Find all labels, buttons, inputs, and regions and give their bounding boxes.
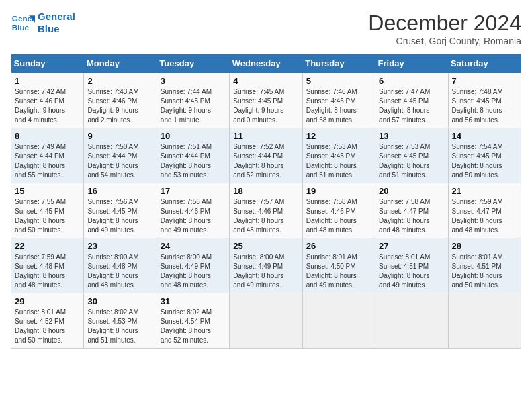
day-cell-29: 29Sunrise: 8:01 AM Sunset: 4:52 PM Dayli…	[11, 293, 84, 349]
day-info: Sunrise: 7:47 AM Sunset: 4:45 PM Dayligh…	[379, 87, 444, 125]
day-number: 8	[15, 131, 80, 141]
day-info: Sunrise: 7:53 AM Sunset: 4:45 PM Dayligh…	[379, 142, 444, 180]
day-info: Sunrise: 7:58 AM Sunset: 4:46 PM Dayligh…	[306, 197, 371, 235]
logo-line2: Blue	[38, 23, 75, 35]
title-block: December 2024 Cruset, Gorj County, Roman…	[368, 11, 521, 46]
day-header-saturday: Saturday	[448, 54, 521, 73]
day-number: 13	[379, 131, 444, 141]
day-cell-24: 24Sunrise: 8:00 AM Sunset: 4:49 PM Dayli…	[157, 238, 229, 293]
day-cell-30: 30Sunrise: 8:02 AM Sunset: 4:53 PM Dayli…	[84, 293, 157, 349]
week-row-5: 29Sunrise: 8:01 AM Sunset: 4:52 PM Dayli…	[11, 293, 521, 349]
day-cell-10: 10Sunrise: 7:51 AM Sunset: 4:44 PM Dayli…	[157, 128, 229, 183]
day-number: 1	[15, 76, 80, 86]
day-number: 26	[306, 241, 371, 251]
day-cell-1: 1Sunrise: 7:42 AM Sunset: 4:46 PM Daylig…	[11, 73, 84, 128]
day-info: Sunrise: 7:46 AM Sunset: 4:45 PM Dayligh…	[306, 87, 371, 125]
day-info: Sunrise: 7:45 AM Sunset: 4:45 PM Dayligh…	[233, 87, 298, 125]
day-cell-12: 12Sunrise: 7:53 AM Sunset: 4:45 PM Dayli…	[302, 128, 375, 183]
day-info: Sunrise: 7:50 AM Sunset: 4:44 PM Dayligh…	[87, 142, 152, 180]
day-cell-9: 9Sunrise: 7:50 AM Sunset: 4:44 PM Daylig…	[84, 128, 157, 183]
header-row: SundayMondayTuesdayWednesdayThursdayFrid…	[11, 54, 521, 73]
svg-text:Blue: Blue	[12, 23, 30, 32]
day-info: Sunrise: 7:59 AM Sunset: 4:47 PM Dayligh…	[452, 197, 517, 235]
day-cell-26: 26Sunrise: 8:01 AM Sunset: 4:50 PM Dayli…	[302, 238, 375, 293]
day-info: Sunrise: 7:59 AM Sunset: 4:48 PM Dayligh…	[15, 253, 80, 290]
day-info: Sunrise: 7:58 AM Sunset: 4:47 PM Dayligh…	[379, 197, 444, 235]
empty-cell	[375, 293, 448, 349]
day-info: Sunrise: 8:00 AM Sunset: 4:48 PM Dayligh…	[87, 253, 152, 290]
week-row-1: 1Sunrise: 7:42 AM Sunset: 4:46 PM Daylig…	[11, 73, 521, 128]
day-info: Sunrise: 8:01 AM Sunset: 4:50 PM Dayligh…	[306, 253, 371, 290]
day-cell-7: 7Sunrise: 7:48 AM Sunset: 4:45 PM Daylig…	[448, 73, 521, 128]
day-number: 31	[161, 296, 226, 306]
day-info: Sunrise: 7:44 AM Sunset: 4:45 PM Dayligh…	[161, 87, 226, 125]
logo: General Blue General Blue	[11, 11, 75, 35]
location-subtitle: Cruset, Gorj County, Romania	[368, 36, 521, 46]
day-info: Sunrise: 7:53 AM Sunset: 4:45 PM Dayligh…	[306, 142, 371, 180]
day-info: Sunrise: 8:01 AM Sunset: 4:52 PM Dayligh…	[15, 308, 80, 345]
day-number: 10	[161, 131, 226, 141]
day-cell-18: 18Sunrise: 7:57 AM Sunset: 4:46 PM Dayli…	[230, 183, 302, 238]
day-cell-8: 8Sunrise: 7:49 AM Sunset: 4:44 PM Daylig…	[11, 128, 84, 183]
day-number: 21	[452, 186, 517, 196]
day-info: Sunrise: 7:55 AM Sunset: 4:45 PM Dayligh…	[15, 197, 80, 235]
day-info: Sunrise: 7:52 AM Sunset: 4:44 PM Dayligh…	[233, 142, 298, 180]
day-cell-14: 14Sunrise: 7:54 AM Sunset: 4:45 PM Dayli…	[448, 128, 521, 183]
logo-icon: General Blue	[11, 11, 35, 35]
day-info: Sunrise: 8:01 AM Sunset: 4:51 PM Dayligh…	[379, 253, 444, 290]
day-cell-27: 27Sunrise: 8:01 AM Sunset: 4:51 PM Dayli…	[375, 238, 448, 293]
day-number: 11	[233, 131, 298, 141]
day-info: Sunrise: 7:57 AM Sunset: 4:46 PM Dayligh…	[233, 197, 298, 235]
page-header: General Blue General Blue December 2024 …	[11, 11, 521, 46]
day-header-friday: Friday	[375, 54, 448, 73]
day-header-monday: Monday	[84, 54, 157, 73]
day-number: 14	[452, 131, 517, 141]
day-number: 23	[87, 241, 152, 251]
day-cell-11: 11Sunrise: 7:52 AM Sunset: 4:44 PM Dayli…	[230, 128, 302, 183]
day-cell-13: 13Sunrise: 7:53 AM Sunset: 4:45 PM Dayli…	[375, 128, 448, 183]
day-cell-25: 25Sunrise: 8:00 AM Sunset: 4:49 PM Dayli…	[230, 238, 302, 293]
day-info: Sunrise: 7:51 AM Sunset: 4:44 PM Dayligh…	[161, 142, 226, 180]
day-number: 28	[452, 241, 517, 251]
day-number: 27	[379, 241, 444, 251]
day-number: 24	[161, 241, 226, 251]
week-row-3: 15Sunrise: 7:55 AM Sunset: 4:45 PM Dayli…	[11, 183, 521, 238]
day-number: 16	[87, 186, 152, 196]
day-info: Sunrise: 8:02 AM Sunset: 4:53 PM Dayligh…	[87, 308, 152, 345]
day-header-tuesday: Tuesday	[157, 54, 229, 73]
day-number: 18	[233, 186, 298, 196]
day-cell-19: 19Sunrise: 7:58 AM Sunset: 4:46 PM Dayli…	[302, 183, 375, 238]
day-info: Sunrise: 7:42 AM Sunset: 4:46 PM Dayligh…	[15, 87, 80, 125]
day-number: 30	[87, 296, 152, 306]
day-info: Sunrise: 8:01 AM Sunset: 4:51 PM Dayligh…	[452, 253, 517, 290]
day-cell-21: 21Sunrise: 7:59 AM Sunset: 4:47 PM Dayli…	[448, 183, 521, 238]
day-cell-20: 20Sunrise: 7:58 AM Sunset: 4:47 PM Dayli…	[375, 183, 448, 238]
day-cell-17: 17Sunrise: 7:56 AM Sunset: 4:46 PM Dayli…	[157, 183, 229, 238]
day-header-wednesday: Wednesday	[230, 54, 302, 73]
empty-cell	[302, 293, 375, 349]
day-header-thursday: Thursday	[302, 54, 375, 73]
day-info: Sunrise: 8:02 AM Sunset: 4:54 PM Dayligh…	[161, 308, 226, 345]
empty-cell	[448, 293, 521, 349]
day-info: Sunrise: 7:56 AM Sunset: 4:46 PM Dayligh…	[161, 197, 226, 235]
day-cell-6: 6Sunrise: 7:47 AM Sunset: 4:45 PM Daylig…	[375, 73, 448, 128]
day-number: 19	[306, 186, 371, 196]
day-header-sunday: Sunday	[11, 54, 84, 73]
week-row-2: 8Sunrise: 7:49 AM Sunset: 4:44 PM Daylig…	[11, 128, 521, 183]
day-number: 25	[233, 241, 298, 251]
day-number: 20	[379, 186, 444, 196]
day-info: Sunrise: 7:49 AM Sunset: 4:44 PM Dayligh…	[15, 142, 80, 180]
day-cell-4: 4Sunrise: 7:45 AM Sunset: 4:45 PM Daylig…	[230, 73, 302, 128]
day-number: 4	[233, 76, 298, 86]
day-info: Sunrise: 7:56 AM Sunset: 4:45 PM Dayligh…	[87, 197, 152, 235]
day-number: 22	[15, 241, 80, 251]
day-info: Sunrise: 7:48 AM Sunset: 4:45 PM Dayligh…	[452, 87, 517, 125]
month-title: December 2024	[368, 11, 521, 36]
day-number: 6	[379, 76, 444, 86]
day-cell-15: 15Sunrise: 7:55 AM Sunset: 4:45 PM Dayli…	[11, 183, 84, 238]
day-number: 5	[306, 76, 371, 86]
day-cell-22: 22Sunrise: 7:59 AM Sunset: 4:48 PM Dayli…	[11, 238, 84, 293]
day-info: Sunrise: 7:43 AM Sunset: 4:46 PM Dayligh…	[87, 87, 152, 125]
day-cell-31: 31Sunrise: 8:02 AM Sunset: 4:54 PM Dayli…	[157, 293, 229, 349]
day-number: 7	[452, 76, 517, 86]
